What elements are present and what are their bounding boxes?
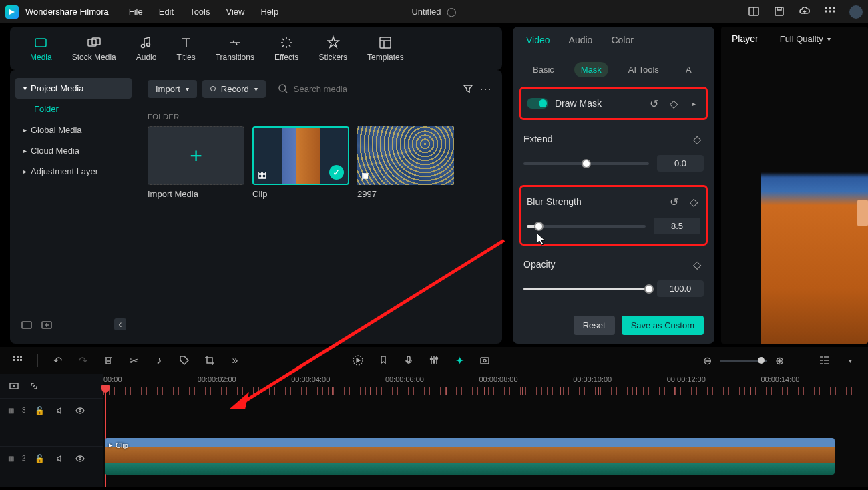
insp-subtab-a[interactable]: A xyxy=(679,62,698,77)
opacity-value[interactable]: 100.0 xyxy=(657,280,704,297)
lock-icon[interactable]: 🔓 xyxy=(34,453,46,465)
reset-icon[interactable]: ↺ xyxy=(647,97,660,110)
visibility-icon[interactable] xyxy=(74,405,86,417)
cut-icon[interactable]: ✂ xyxy=(128,354,140,366)
chevron-down-icon: ▾ xyxy=(186,85,189,93)
record-dropdown[interactable]: Record ▾ xyxy=(202,80,266,98)
timeline-ruler[interactable]: 00:00 00:00:02:00 00:00:04:00 00:00:06:0… xyxy=(103,374,855,389)
grid-icon[interactable] xyxy=(12,354,24,366)
tab-transitions[interactable]: Transitions xyxy=(216,35,254,62)
tab-audio[interactable]: Audio xyxy=(136,35,157,62)
menu-help[interactable]: Help xyxy=(260,7,278,17)
draw-mask-toggle[interactable] xyxy=(527,98,548,109)
blur-strength-value[interactable]: 8.5 xyxy=(654,218,700,234)
redo-icon[interactable]: ↷ xyxy=(77,354,89,366)
tag-icon[interactable] xyxy=(178,354,190,366)
mute-icon[interactable] xyxy=(54,453,66,465)
extend-value[interactable]: 0.0 xyxy=(657,155,704,172)
quality-dropdown[interactable]: Full Quality ▾ xyxy=(780,34,831,44)
keyframe-icon[interactable]: ◇ xyxy=(690,132,704,146)
insp-subtab-aitools[interactable]: AI Tools xyxy=(622,62,666,77)
mic-icon[interactable] xyxy=(403,354,415,366)
menu-file[interactable]: File xyxy=(129,7,143,17)
add-track-icon[interactable] xyxy=(8,380,20,392)
grid-apps-icon[interactable] xyxy=(824,5,836,17)
zoom-slider[interactable] xyxy=(720,360,767,362)
new-folder-plus-icon[interactable] xyxy=(41,318,53,330)
sidebar-folder[interactable]: Folder xyxy=(15,99,132,119)
save-custom-button[interactable]: Save as Custom xyxy=(622,316,704,335)
mute-icon[interactable] xyxy=(54,405,66,417)
undo-icon[interactable]: ↶ xyxy=(51,354,63,366)
tab-effects[interactable]: Effects xyxy=(274,35,298,62)
filter-icon[interactable] xyxy=(462,83,474,95)
crop-icon[interactable] xyxy=(204,354,216,366)
insp-tab-audio[interactable]: Audio xyxy=(569,35,593,49)
tab-titles[interactable]: Titles xyxy=(176,35,195,62)
timeline-view-icon[interactable] xyxy=(819,354,831,366)
blur-strength-section: Blur Strength ↺ ◇ 8.5 xyxy=(519,185,708,246)
chevron-down-icon: ▾ xyxy=(23,85,27,92)
avatar-icon[interactable] xyxy=(849,5,863,19)
link-icon[interactable] xyxy=(28,380,40,392)
more-tools-icon[interactable]: » xyxy=(229,354,241,366)
preview-canvas[interactable] xyxy=(761,67,868,344)
ai-icon[interactable]: ✦ xyxy=(453,354,465,366)
menu-view[interactable]: View xyxy=(226,7,244,17)
opacity-slider[interactable] xyxy=(523,288,649,290)
reset-icon[interactable]: ↺ xyxy=(667,195,680,208)
svg-line-23 xyxy=(285,91,287,93)
insp-tab-video[interactable]: Video xyxy=(526,35,550,49)
timeline-clip[interactable]: ▸ Clip xyxy=(105,438,835,475)
insp-subtab-basic[interactable]: Basic xyxy=(526,62,561,77)
cloud-upload-icon[interactable] xyxy=(799,5,811,17)
tab-templates[interactable]: Templates xyxy=(367,35,404,62)
keyframe-icon[interactable]: ◇ xyxy=(690,258,704,271)
player-tab[interactable]: Player xyxy=(732,33,758,44)
sidebar-project-media[interactable]: ▾ Project Media xyxy=(15,78,132,99)
music-beat-icon[interactable]: ♪ xyxy=(153,354,165,366)
insp-tab-color[interactable]: Color xyxy=(611,35,633,49)
timeline[interactable]: ▦ 3 🔓 ▦ 2 🔓 00:00 00:00:02:00 00:00:04:0… xyxy=(0,374,868,487)
save-icon[interactable] xyxy=(773,5,785,17)
blur-strength-slider[interactable] xyxy=(527,225,646,228)
zoom-in-icon[interactable]: ⊕ xyxy=(773,354,785,366)
render-icon[interactable] xyxy=(352,354,364,366)
chevron-down-icon[interactable]: ▾ xyxy=(844,354,856,366)
marker-icon[interactable] xyxy=(377,354,389,366)
new-folder-icon[interactable] xyxy=(21,318,33,330)
visibility-icon[interactable] xyxy=(74,453,86,465)
reset-button[interactable]: Reset xyxy=(574,316,615,335)
tab-stickers[interactable]: Stickers xyxy=(318,35,347,62)
extend-slider[interactable] xyxy=(523,162,649,165)
sidebar-global-media[interactable]: ▸ Global Media xyxy=(15,119,132,140)
menu-tools[interactable]: Tools xyxy=(190,7,210,17)
tab-media[interactable]: Media xyxy=(30,35,52,62)
zoom-out-icon[interactable]: ⊖ xyxy=(701,354,713,366)
check-badge-icon: ✓ xyxy=(329,165,344,180)
lock-icon[interactable]: 🔓 xyxy=(34,405,46,417)
tab-stock-media[interactable]: Stock Media xyxy=(72,35,116,62)
svg-rect-18 xyxy=(22,322,31,328)
delete-icon[interactable] xyxy=(102,354,114,366)
keyframe-icon[interactable]: ◇ xyxy=(687,195,700,208)
chevron-right-icon[interactable]: ▸ xyxy=(687,97,700,110)
insp-subtab-mask[interactable]: Mask xyxy=(574,62,608,77)
media-2997[interactable]: ▣ 2997 xyxy=(357,126,454,199)
folder-heading: FOLDER xyxy=(148,113,491,121)
collapse-sidebar-icon[interactable]: ‹ xyxy=(114,318,126,330)
svg-rect-31 xyxy=(407,356,410,362)
layout-icon[interactable] xyxy=(748,5,760,17)
audio-mixer-icon[interactable] xyxy=(428,354,440,366)
svg-rect-8 xyxy=(829,10,831,12)
media-import-placeholder[interactable]: + Import Media xyxy=(148,126,244,199)
import-dropdown[interactable]: Import ▾ xyxy=(148,80,197,98)
search-input[interactable] xyxy=(294,84,450,94)
sidebar-adjustment-layer[interactable]: ▸ Adjustment Layer xyxy=(15,161,132,182)
menu-edit[interactable]: Edit xyxy=(159,7,174,17)
sidebar-cloud-media[interactable]: ▸ Cloud Media xyxy=(15,140,132,161)
keyframe-icon[interactable]: ◇ xyxy=(667,97,680,110)
snapshot-icon[interactable] xyxy=(479,354,491,366)
media-clip[interactable]: ▦ ✓ Clip xyxy=(252,126,349,199)
more-icon[interactable]: ⋯ xyxy=(479,83,491,95)
